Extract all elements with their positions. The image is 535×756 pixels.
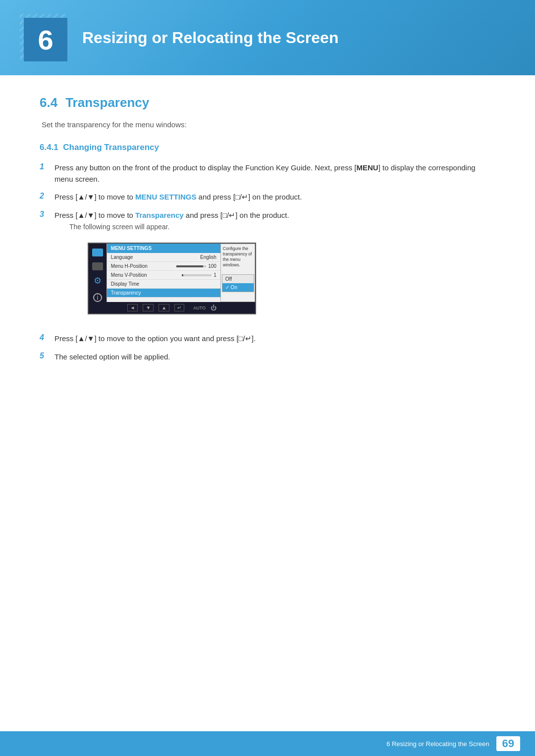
step-5: 5 The selected option will be applied. [40,352,495,363]
monitor-bottom: ◄ ▼ ▲ ↵ AUTO ⏻ [89,302,255,313]
menu-label-displaytime: Display Time [111,281,139,287]
steps-list: 1 Press any button on the front of the p… [40,162,495,362]
btn-auto: AUTO [193,305,206,310]
step-3-text: Press [▲/▼] to move to Transparency and … [54,211,289,219]
menu-value-vpos: 1 [214,272,216,278]
footer-chapter-text: 6 Resizing or Relocating the Screen [386,740,489,748]
main-content: 6.4Transparency Set the transparency for… [0,95,535,409]
menu-slider-hpos [176,265,206,267]
step-3-number: 3 [40,210,49,219]
section-heading: 6.4Transparency [40,95,495,110]
menu-header: MENU SETTINGS [107,244,220,253]
step-5-number: 5 [40,352,49,360]
menu-value-language: English [200,254,216,260]
submenu-on: ✓ On [222,283,254,292]
subsection-number: 6.4.1 [40,143,58,152]
step-2: 2 Press [▲/▼] to move to MENU SETTINGS a… [40,192,495,203]
submenu-off: Off [222,275,254,283]
btn-left: ◄ [127,304,138,311]
menu-label-vpos: Menu V-Position [111,272,147,278]
monitor-screen: ⚙ i MENU SETTINGS Language English [88,243,256,314]
menu-label-hpos: Menu H-Position [111,263,148,269]
btn-power: ⏻ [211,304,216,311]
chapter-header: 6 Resizing or Relocating the Screen [0,0,535,75]
menu-label-language: Language [111,254,133,260]
step-5-text: The selected option will be applied. [54,352,170,363]
monitor-sidebar: ⚙ i [89,244,107,302]
step-4: 4 Press [▲/▼] to move to the option you … [40,333,495,345]
monitor-icon-picture [92,262,103,270]
subsection-heading: 6.4.1 Changing Transparency [40,143,495,152]
btn-enter: ↵ [174,304,184,311]
menu-tooltip: Configure the transparency of the menu w… [220,244,255,302]
screen-mockup-container: ⚙ i MENU SETTINGS Language English [54,243,289,314]
menu-row-displaytime: Display Time [107,280,220,289]
menu-slider-vpos [182,274,212,276]
menu-row-hpos: Menu H-Position 100 [107,262,220,271]
menu-label-transparency: Transparency [111,290,141,296]
footer-page-number: 69 [496,736,520,751]
submenu-dropdown: Off ✓ On [222,274,254,292]
step-4-number: 4 [40,333,49,342]
menu-value-hpos: 100 [208,263,216,269]
chapter-title: Resizing or Relocating the Screen [82,29,338,47]
monitor-icon-info: i [93,293,102,302]
chapter-number-box: 6 [20,14,67,61]
btn-down: ▼ [143,304,154,311]
section-number: 6.4 [40,95,57,110]
step-3: 3 Press [▲/▼] to move to Transparency an… [40,210,495,327]
monitor-icon-settings: ⚙ [92,276,103,287]
monitor-inner: ⚙ i MENU SETTINGS Language English [89,244,255,302]
btn-up: ▲ [159,304,169,311]
menu-row-language: Language English [107,253,220,262]
step-1-text: Press any button on the front of the pro… [54,162,495,185]
menu-row-transparency: Transparency [107,289,220,298]
page-footer: 6 Resizing or Relocating the Screen 69 [0,731,535,756]
step-2-text: Press [▲/▼] to move to MENU SETTINGS and… [54,192,302,203]
menu-row-vpos: Menu V-Position 1 [107,271,220,280]
step-2-number: 2 [40,192,49,201]
subsection-title: Changing Transparency [63,143,159,152]
section-intro: Set the transparency for the menu window… [42,120,495,129]
step-1: 1 Press any button on the front of the p… [40,162,495,185]
monitor-icon-display [92,249,103,256]
menu-panel: MENU SETTINGS Language English Menu H-Po… [107,244,220,302]
section-title: Transparency [65,95,149,110]
step-4-text: Press [▲/▼] to move to the option you wa… [54,333,256,345]
step-3-followup: The following screen will appear. [69,223,289,231]
step-1-number: 1 [40,162,49,171]
